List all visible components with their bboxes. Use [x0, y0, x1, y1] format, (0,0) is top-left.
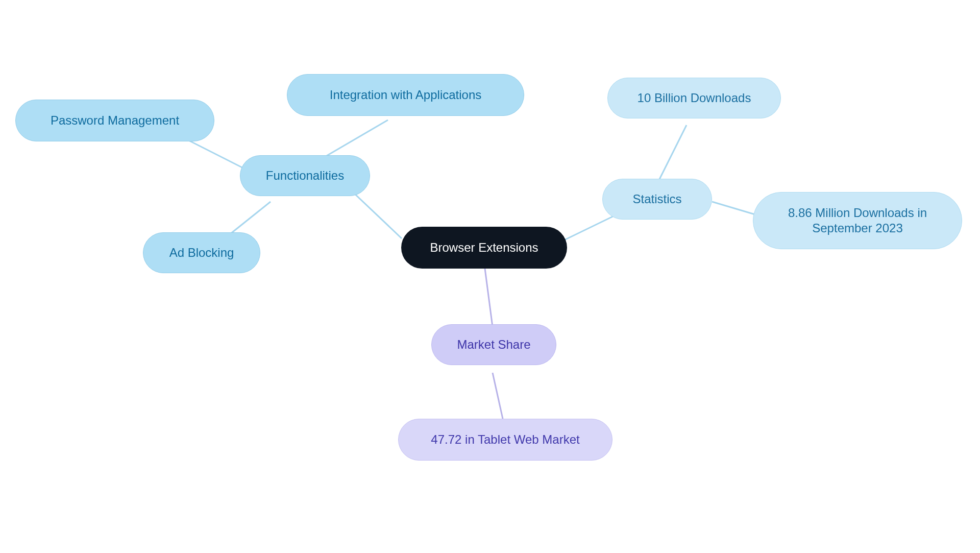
node-label: Browser Extensions — [430, 240, 538, 255]
node-market-share[interactable]: Market Share — [431, 324, 556, 365]
node-label: Integration with Applications — [330, 87, 482, 103]
node-center-browser-extensions[interactable]: Browser Extensions — [401, 227, 567, 269]
node-ten-billion-downloads[interactable]: 10 Billion Downloads — [607, 78, 781, 118]
node-label: Market Share — [457, 337, 530, 352]
node-label: 47.72 in Tablet Web Market — [431, 432, 579, 447]
node-statistics[interactable]: Statistics — [602, 179, 712, 220]
node-ad-blocking[interactable]: Ad Blocking — [143, 232, 260, 273]
node-functionalities[interactable]: Functionalities — [240, 155, 370, 196]
node-password-management[interactable]: Password Management — [15, 100, 214, 141]
node-label: Statistics — [632, 191, 681, 207]
svg-line-8 — [493, 373, 503, 419]
svg-line-0 — [352, 191, 402, 238]
node-label: Functionalities — [266, 168, 344, 183]
mindmap-canvas: Browser Extensions Functionalities Passw… — [0, 0, 980, 553]
svg-line-2 — [485, 269, 493, 327]
node-label: 10 Billion Downloads — [638, 90, 751, 106]
node-label: 8.86 Million Downloads in September 2023 — [788, 205, 927, 236]
svg-line-6 — [658, 125, 687, 181]
node-sept-2023-downloads[interactable]: 8.86 Million Downloads in September 2023 — [753, 192, 962, 249]
svg-line-4 — [327, 120, 388, 156]
node-tablet-web-market[interactable]: 47.72 in Tablet Web Market — [398, 419, 612, 461]
node-label: Ad Blocking — [169, 245, 234, 260]
node-label: Password Management — [51, 113, 179, 128]
node-integration-with-applications[interactable]: Integration with Applications — [287, 74, 524, 116]
